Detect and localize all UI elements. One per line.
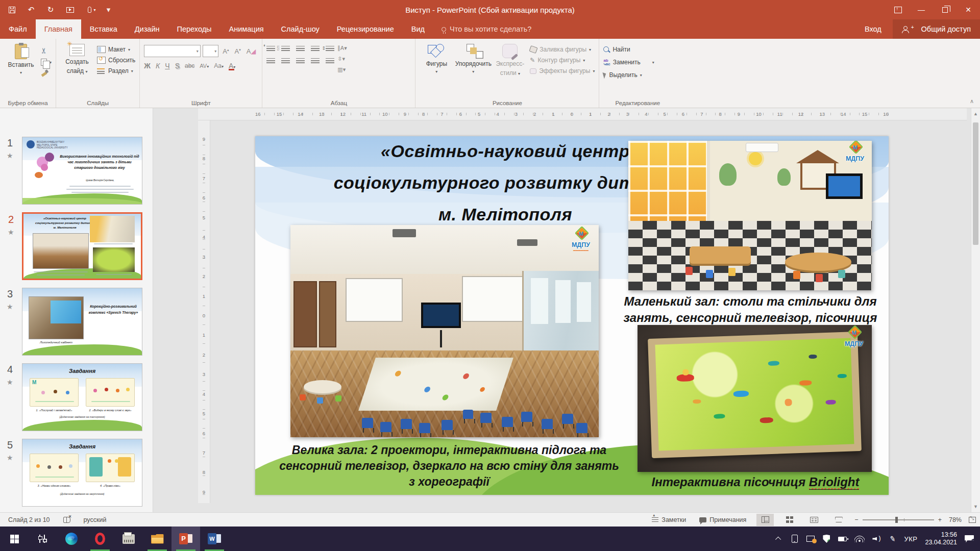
copy-button[interactable]: ▾	[41, 59, 52, 66]
tray-device-button[interactable]	[791, 527, 799, 551]
tray-defender-button[interactable]	[822, 527, 830, 551]
horizontal-ruler[interactable]: 1615141312111098765432101234567891011121…	[198, 108, 967, 120]
start-button[interactable]	[0, 527, 29, 551]
comments-button[interactable]: Примечания	[696, 516, 749, 523]
photo-sandbox[interactable]: МДПУ	[638, 325, 872, 472]
strikethrough-button[interactable]: abc	[185, 62, 194, 69]
new-slide-button[interactable]: Создать слайд ▾	[60, 42, 94, 96]
vertical-ruler[interactable]: 9876543210123456789	[198, 120, 210, 503]
caption-big-hall[interactable]: Велика зала: 2 проектори, інтерактивна п…	[276, 442, 623, 490]
font-color-button[interactable]: А▾	[229, 62, 235, 70]
caption-sandbox[interactable]: Інтерактивна пісочниця Briolight	[643, 474, 868, 490]
thumbnail-slide-1[interactable]: 1 ★ BOGDAN KHMELNYTSKY MELITOPOL STATE P…	[22, 137, 142, 205]
tray-volume-button[interactable]	[872, 527, 880, 551]
scrollbar-thumb[interactable]	[973, 122, 978, 245]
clock[interactable]: 13:56 23.04.2021	[925, 531, 957, 546]
keyboard-language-button[interactable]: УКР	[904, 527, 917, 551]
zoom-out-button[interactable]: −	[854, 516, 858, 523]
file-explorer-button[interactable]	[143, 527, 172, 551]
bullets-button[interactable]	[266, 46, 275, 52]
start-slideshow-icon[interactable]	[65, 5, 75, 14]
reset-button[interactable]: Сбросить	[97, 57, 135, 64]
convert-smartart-button[interactable]: ▥▾	[337, 66, 347, 73]
tab-insert[interactable]: Вставка	[81, 19, 126, 39]
opera-button[interactable]	[86, 527, 114, 551]
tab-home[interactable]: Главная	[36, 19, 81, 39]
thumbnail-slide-4[interactable]: 4 ★ Завдання М 1. «Послухай і запам'ятай…	[22, 363, 142, 431]
columns-button[interactable]	[326, 58, 334, 64]
align-center-button[interactable]	[281, 58, 290, 64]
section-button[interactable]: Раздел▾	[97, 67, 135, 74]
tab-transitions[interactable]: Переходы	[168, 19, 220, 39]
shape-outline-button[interactable]: ✎Контур фигуры▾	[530, 57, 595, 64]
slide-canvas[interactable]: «Освітньо-науковий центр соціокультурног…	[255, 136, 889, 495]
align-text-button[interactable]: ⇳▾	[337, 56, 347, 62]
customize-qat-icon[interactable]: ▾	[104, 5, 113, 14]
task-view-button[interactable]	[29, 527, 57, 551]
action-center-button[interactable]: 2	[965, 527, 974, 551]
save-icon[interactable]	[7, 5, 16, 14]
view-sorter-button[interactable]	[781, 514, 798, 526]
shape-fill-button[interactable]: Заливка фигуры▾	[530, 46, 595, 53]
tray-battery-button[interactable]	[838, 527, 847, 551]
quick-styles-button[interactable]: Экспресс- стили ▾	[493, 42, 527, 96]
redo-icon[interactable]: ↻	[46, 5, 55, 14]
word-button[interactable]	[200, 527, 229, 551]
tray-expand-button[interactable]	[775, 527, 783, 551]
find-button[interactable]: Найти	[603, 46, 654, 53]
shapes-button[interactable]: Фигуры ▾	[420, 42, 453, 96]
shrink-font-button[interactable]: А▾	[233, 46, 243, 56]
slide-counter[interactable]: Слайд 2 из 10	[8, 516, 50, 523]
select-button[interactable]: Выделить▾	[603, 71, 654, 79]
align-right-button[interactable]	[296, 58, 305, 64]
tab-design[interactable]: Дизайн	[126, 19, 168, 39]
tray-display-button[interactable]	[806, 527, 815, 551]
bold-button[interactable]: Ж	[144, 62, 151, 70]
increase-indent-button[interactable]	[311, 46, 320, 52]
slide-scrollbar[interactable]: ▲ ▼	[971, 108, 980, 512]
tray-wifi-button[interactable]	[854, 527, 865, 551]
view-normal-button[interactable]	[756, 514, 774, 526]
italic-button[interactable]: К	[156, 62, 160, 70]
justify-button[interactable]	[311, 58, 320, 64]
spellcheck-icon[interactable]	[63, 517, 70, 523]
numbering-button[interactable]	[281, 46, 290, 52]
font-size-combo[interactable]: ▾	[203, 45, 219, 57]
change-case-button[interactable]: Aa▾	[214, 62, 224, 69]
tab-file[interactable]: Файл	[0, 19, 36, 39]
fax-scan-button[interactable]	[114, 527, 143, 551]
collapse-ribbon-icon[interactable]: ∧	[970, 98, 974, 105]
zoom-slider[interactable]	[863, 519, 934, 520]
photo-small-hall[interactable]: МДПУ	[628, 141, 872, 290]
ribbon-display-options-icon[interactable]	[886, 0, 910, 19]
tab-view[interactable]: Вид	[403, 19, 433, 39]
arrange-button[interactable]: Упорядочить ▾	[456, 42, 490, 96]
touch-mode-icon[interactable]	[85, 5, 94, 14]
format-painter-button[interactable]	[41, 69, 52, 77]
tab-animations[interactable]: Анимация	[220, 19, 273, 39]
restore-icon[interactable]	[933, 0, 957, 19]
decrease-indent-button[interactable]	[296, 46, 305, 52]
align-left-button[interactable]	[266, 58, 275, 64]
minimize-icon[interactable]: —	[910, 0, 933, 19]
tab-slideshow[interactable]: Слайд-шоу	[273, 19, 328, 39]
shape-effects-button[interactable]: Эффекты фигуры▾	[530, 67, 595, 74]
paste-button[interactable]: Вставить ▾	[4, 42, 38, 96]
tell-me-box[interactable]: Что вы хотите сделать?	[433, 19, 540, 39]
language-indicator[interactable]: русский	[84, 516, 107, 523]
fit-to-window-icon[interactable]	[969, 517, 976, 523]
scroll-up-icon[interactable]: ▲	[971, 111, 980, 116]
share-button[interactable]: + Общий доступ	[893, 19, 980, 39]
layout-button[interactable]: Макет▾	[97, 46, 135, 53]
notes-button[interactable]: Заметки	[649, 516, 689, 523]
cut-button[interactable]: ✂	[41, 46, 52, 55]
view-reading-button[interactable]	[805, 514, 823, 526]
close-icon[interactable]: ✕	[957, 0, 980, 19]
thumbnail-slide-5[interactable]: 5 ★ Завдання 3. «Назви одним словом» 4. …	[22, 439, 142, 507]
sign-in-button[interactable]: Вход	[853, 19, 893, 39]
view-slideshow-button[interactable]	[830, 514, 847, 526]
tray-pen-button[interactable]: ✎	[888, 527, 896, 551]
zoom-level[interactable]: 78%	[949, 516, 962, 523]
undo-icon[interactable]: ↶	[27, 5, 36, 14]
tab-review[interactable]: Рецензирование	[328, 19, 403, 39]
